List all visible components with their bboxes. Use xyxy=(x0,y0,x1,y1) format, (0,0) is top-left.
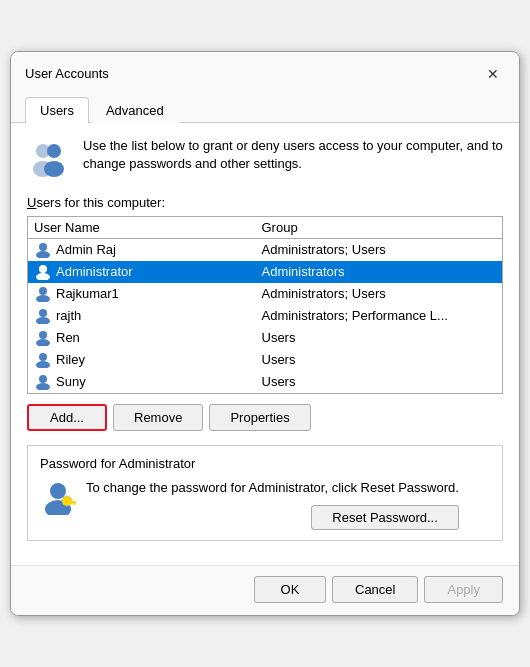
user-row-icon xyxy=(34,308,52,324)
admin-user-icon xyxy=(40,479,76,515)
dialog-title: User Accounts xyxy=(25,66,109,81)
password-section-title: Password for Administrator xyxy=(40,456,490,471)
password-text: To change the password for Administrator… xyxy=(86,479,459,497)
user-name-cell: Ren xyxy=(28,327,256,349)
tab-users[interactable]: Users xyxy=(25,97,89,123)
users-icon xyxy=(27,137,71,181)
svg-point-11 xyxy=(36,317,50,324)
tab-bar: Users Advanced xyxy=(11,90,519,123)
user-name-text: Riley xyxy=(56,352,85,367)
user-row-icon xyxy=(34,352,52,368)
svg-point-7 xyxy=(36,273,50,280)
user-name-text: rajth xyxy=(56,308,81,323)
users-table: User Name Group Admin RajAdministrators;… xyxy=(27,216,503,394)
user-name-cell: Rajkumar1 xyxy=(28,283,256,305)
password-section-content: To change the password for Administrator… xyxy=(40,479,490,530)
action-buttons: Add... Remove Properties xyxy=(27,404,503,431)
table-row[interactable]: SunyUsers xyxy=(28,371,503,394)
dialog-footer: OK Cancel Apply xyxy=(11,565,519,615)
svg-point-12 xyxy=(39,331,47,339)
svg-point-5 xyxy=(36,251,50,258)
svg-point-3 xyxy=(44,161,64,177)
user-group-cell: Users xyxy=(256,327,503,349)
svg-point-18 xyxy=(50,483,66,499)
cancel-button[interactable]: Cancel xyxy=(332,576,418,603)
reset-password-button[interactable]: Reset Password... xyxy=(311,505,459,530)
user-group-cell: Users xyxy=(256,371,503,394)
user-row-icon xyxy=(34,242,52,258)
svg-rect-23 xyxy=(70,501,72,504)
svg-point-17 xyxy=(36,383,50,390)
user-name-text: Rajkumar1 xyxy=(56,286,119,301)
user-row-icon xyxy=(34,264,52,280)
title-bar: User Accounts ✕ xyxy=(11,52,519,86)
table-row[interactable]: AdministratorAdministrators xyxy=(28,261,503,283)
user-name-text: Admin Raj xyxy=(56,242,116,257)
add-button[interactable]: Add... xyxy=(27,404,107,431)
properties-button[interactable]: Properties xyxy=(209,404,310,431)
svg-point-9 xyxy=(36,295,50,302)
user-group-cell: Administrators; Users xyxy=(256,238,503,261)
remove-button[interactable]: Remove xyxy=(113,404,203,431)
user-group-cell: Administrators; Users xyxy=(256,283,503,305)
dialog-content: Use the list below to grant or deny user… xyxy=(11,123,519,565)
svg-point-13 xyxy=(36,339,50,346)
table-row[interactable]: RenUsers xyxy=(28,327,503,349)
table-row[interactable]: Rajkumar1Administrators; Users xyxy=(28,283,503,305)
svg-point-15 xyxy=(36,361,50,368)
svg-point-10 xyxy=(39,309,47,317)
user-group-cell: Users xyxy=(256,349,503,371)
user-name-cell: Administrator xyxy=(28,261,256,283)
svg-point-16 xyxy=(39,375,47,383)
apply-button[interactable]: Apply xyxy=(424,576,503,603)
user-name-cell: Admin Raj xyxy=(28,238,256,261)
users-section-label: Users for this computer: xyxy=(27,195,503,210)
col-header-group: Group xyxy=(256,216,503,238)
ok-button[interactable]: OK xyxy=(254,576,326,603)
user-group-cell: Administrators; Performance L... xyxy=(256,305,503,327)
tab-advanced[interactable]: Advanced xyxy=(91,97,179,123)
user-row-icon xyxy=(34,286,52,302)
user-name-text: Suny xyxy=(56,374,86,389)
user-group-cell: Administrators xyxy=(256,261,503,283)
svg-point-14 xyxy=(39,353,47,361)
table-row[interactable]: RileyUsers xyxy=(28,349,503,371)
close-button[interactable]: ✕ xyxy=(481,62,505,86)
user-name-text: Ren xyxy=(56,330,80,345)
user-row-icon xyxy=(34,330,52,346)
svg-rect-22 xyxy=(73,501,75,505)
svg-point-6 xyxy=(39,265,47,273)
svg-point-2 xyxy=(47,144,61,158)
info-text: Use the list below to grant or deny user… xyxy=(83,137,503,173)
user-accounts-dialog: User Accounts ✕ Users Advanced Use the l… xyxy=(10,51,520,616)
user-name-text: Administrator xyxy=(56,264,133,279)
user-name-cell: rajth xyxy=(28,305,256,327)
svg-point-4 xyxy=(39,243,47,251)
info-section: Use the list below to grant or deny user… xyxy=(27,137,503,181)
col-header-username: User Name xyxy=(28,216,256,238)
user-name-cell: Suny xyxy=(28,371,256,394)
user-row-icon xyxy=(34,374,52,390)
svg-point-8 xyxy=(39,287,47,295)
password-section: Password for Administrator To change the… xyxy=(27,445,503,541)
table-row[interactable]: Admin RajAdministrators; Users xyxy=(28,238,503,261)
table-row[interactable]: rajthAdministrators; Performance L... xyxy=(28,305,503,327)
user-name-cell: Riley xyxy=(28,349,256,371)
